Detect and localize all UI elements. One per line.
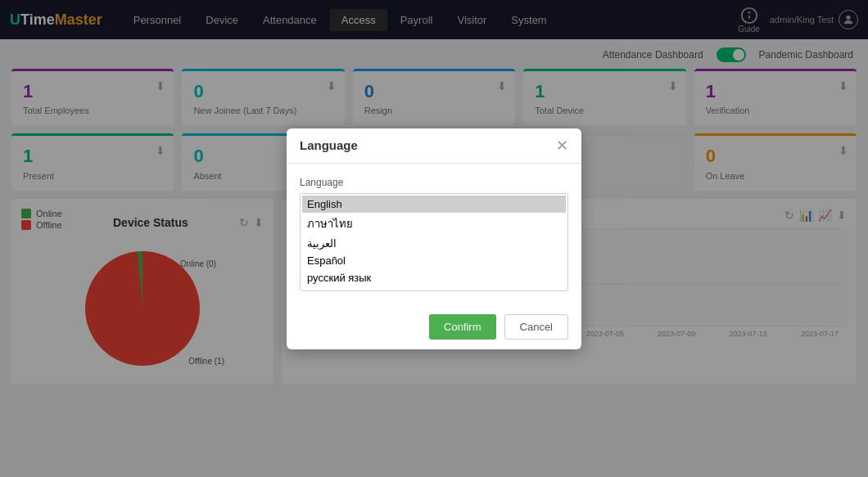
- language-select[interactable]: EnglishภาษาไทยالعربيةEspañolрусский язык…: [300, 193, 568, 291]
- modal-title: Language: [300, 138, 358, 152]
- modal-footer: Confirm Cancel: [287, 304, 581, 349]
- modal-close-button[interactable]: ✕: [556, 138, 568, 153]
- modal-overlay[interactable]: Language ✕ Language Englishภาษาไทยالعربي…: [0, 0, 868, 392]
- language-field-label: Language: [300, 177, 568, 188]
- cancel-button[interactable]: Cancel: [504, 314, 568, 340]
- language-modal: Language ✕ Language Englishภาษาไทยالعربي…: [287, 128, 581, 349]
- confirm-button[interactable]: Confirm: [429, 314, 496, 340]
- modal-header: Language ✕: [287, 128, 581, 164]
- modal-body: Language EnglishภาษาไทยالعربيةEspañolрус…: [287, 164, 581, 304]
